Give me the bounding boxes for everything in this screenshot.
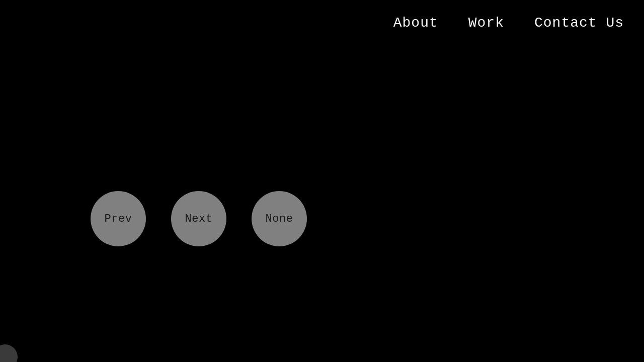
nav-work[interactable]: Work — [468, 15, 504, 31]
nav-contact-us[interactable]: Contact Us — [534, 15, 624, 31]
circle-buttons-container: Prev Next None — [91, 191, 307, 246]
none-button[interactable]: None — [252, 191, 307, 246]
decorative-circle-bottom-left — [0, 344, 18, 362]
main-nav: About Work Contact Us — [373, 0, 644, 46]
nav-about[interactable]: About — [393, 15, 438, 31]
next-button[interactable]: Next — [171, 191, 226, 246]
prev-button[interactable]: Prev — [91, 191, 146, 246]
